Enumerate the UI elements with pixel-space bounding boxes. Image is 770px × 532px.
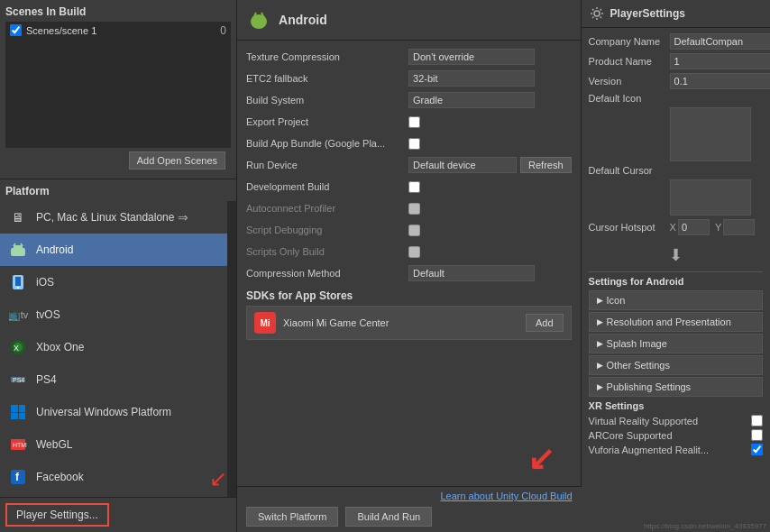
uwp-icon <box>7 401 29 423</box>
hotspot-y-input[interactable] <box>723 219 755 235</box>
texture-compression-select[interactable]: Don't override <box>408 49 535 65</box>
export-project-value <box>408 116 572 128</box>
splash-triangle: ▶ <box>597 339 603 348</box>
platform-item-pc[interactable]: 🖥 PC, Mac & Linux Standalone ⇒ <box>0 201 227 234</box>
export-project-checkbox[interactable] <box>408 116 420 128</box>
etc2-select[interactable]: 32-bit <box>408 70 535 87</box>
company-name-input[interactable] <box>670 33 770 50</box>
svg-point-28 <box>594 11 600 16</box>
pc-arrow-icon: ⇒ <box>178 210 188 225</box>
platform-item-android[interactable]: Android <box>0 234 227 266</box>
publishing-section-label: Publishing Settings <box>607 381 692 392</box>
platform-item-tvos[interactable]: 📺tv tvOS <box>0 298 227 331</box>
compression-select[interactable]: Default <box>408 265 535 281</box>
learn-cloud-build-link[interactable]: Learn about Unity Cloud Build <box>440 491 572 501</box>
player-settings-button[interactable]: Player Settings... <box>5 503 109 527</box>
run-device-select[interactable]: Default device <box>408 157 517 173</box>
scripts-only-value <box>408 246 572 258</box>
xr-arcore-row: ARCore Supported <box>589 429 763 441</box>
xiaomi-icon: Mi <box>254 312 276 334</box>
company-name-row: Company Name <box>589 33 763 50</box>
ps4-icon: PS4 <box>7 369 29 390</box>
svg-rect-15 <box>19 405 25 412</box>
build-app-bundle-checkbox[interactable] <box>408 138 420 150</box>
platform-label-tvos: tvOS <box>36 308 60 321</box>
run-device-label: Run Device <box>246 160 408 170</box>
platform-item-facebook[interactable]: f Facebook <box>0 461 227 493</box>
texture-compression-select-wrap: Don't override <box>408 49 535 65</box>
platform-label-webgl: WebGL <box>36 438 72 451</box>
platform-item-xbox[interactable]: X Xbox One <box>0 331 227 363</box>
default-icon-placeholder[interactable] <box>670 107 751 161</box>
autoconnect-label: Autoconnect Profiler <box>246 203 408 214</box>
platform-list: 🖥 PC, Mac & Linux Standalone ⇒ Android <box>0 201 227 497</box>
xr-vuforia-checkbox[interactable] <box>751 444 763 455</box>
scripts-only-checkbox[interactable] <box>408 246 420 258</box>
platform-label-pc: PC, Mac & Linux Standalone <box>36 211 174 224</box>
refresh-button[interactable]: Refresh <box>520 157 572 173</box>
platform-item-ps4[interactable]: PS4 PS4 <box>0 363 227 396</box>
etc2-fallback-row: ETC2 fallback 32-bit <box>246 69 572 87</box>
platform-scrollbar[interactable] <box>227 201 236 497</box>
hotspot-y-label: Y <box>715 222 721 233</box>
export-project-label: Export Project <box>246 116 408 127</box>
platform-label-xbox: Xbox One <box>36 341 84 353</box>
add-sdk-button[interactable]: Add <box>526 314 564 332</box>
splash-section-label: Splash Image <box>607 338 667 349</box>
platform-item-webgl[interactable]: HTML WebGL <box>0 428 227 461</box>
xr-vuforia-label: Vuforia Augmented Realit... <box>589 445 751 455</box>
settings-for-label: Settings for Android <box>589 276 763 287</box>
version-input[interactable] <box>670 73 770 89</box>
etc2-fallback-value: 32-bit <box>408 70 572 87</box>
right-divider <box>589 271 763 272</box>
other-section-label: Other Settings <box>607 360 670 371</box>
autoconnect-row: Autoconnect Profiler <box>246 199 572 217</box>
hotspot-x-input[interactable] <box>678 219 710 235</box>
middle-panel: Android Texture Compression Don't overri… <box>237 0 582 486</box>
etc2-fallback-label: ETC2 fallback <box>246 73 408 84</box>
download-row: ⬇ <box>589 243 763 268</box>
build-system-select[interactable]: Gradle <box>408 92 535 108</box>
xr-arcore-label: ARCore Supported <box>589 430 751 441</box>
xr-vr-checkbox[interactable] <box>751 415 763 427</box>
svg-rect-16 <box>11 413 18 419</box>
switch-platform-button[interactable]: Switch Platform <box>246 507 338 527</box>
dev-build-value <box>408 181 572 193</box>
platform-item-uwp[interactable]: Universal Windows Platform <box>0 396 227 428</box>
export-project-row: Export Project <box>246 113 572 131</box>
xr-arcore-checkbox[interactable] <box>751 429 763 441</box>
android-header-icon <box>246 7 271 32</box>
scene-number: 0 <box>220 24 226 37</box>
build-app-bundle-value <box>408 138 572 150</box>
scenes-list: Scenes/scene 1 0 <box>5 22 231 148</box>
version-label: Version <box>589 76 670 87</box>
scene-checkbox[interactable] <box>10 24 22 36</box>
product-name-input[interactable] <box>670 53 770 69</box>
product-name-label: Product Name <box>589 56 670 67</box>
splash-section-button[interactable]: ▶ Splash Image <box>589 334 763 353</box>
build-system-row: Build System Gradle <box>246 91 572 109</box>
build-system-select-wrap: Gradle <box>408 92 535 108</box>
dev-build-row: Development Build <box>246 178 572 196</box>
platform-item-ios[interactable]: iOS <box>0 266 227 298</box>
default-cursor-placeholder[interactable] <box>670 179 751 216</box>
scripts-only-label: Scripts Only Build <box>246 246 408 257</box>
compression-select-wrap: Default <box>408 265 535 281</box>
script-debugging-checkbox[interactable] <box>408 225 420 236</box>
resolution-section-button[interactable]: ▶ Resolution and Presentation <box>589 312 763 332</box>
autoconnect-checkbox[interactable] <box>408 203 420 215</box>
add-open-scenes-button[interactable]: Add Open Scenes <box>129 151 225 170</box>
default-cursor-label: Default Cursor <box>589 165 670 176</box>
publishing-section-button[interactable]: ▶ Publishing Settings <box>589 377 763 397</box>
dev-build-checkbox[interactable] <box>408 181 420 193</box>
icon-section-label: Icon <box>607 295 626 306</box>
platform-label-ios: iOS <box>36 276 54 289</box>
download-icon: ⬇ <box>669 245 683 265</box>
sdk-name: Xiaomi Mi Game Center <box>283 317 526 328</box>
icon-section-button[interactable]: ▶ Icon <box>589 290 763 310</box>
run-device-row: Run Device Default device Refresh <box>246 156 572 174</box>
dev-build-label: Development Build <box>246 181 408 192</box>
script-debugging-row: Script Debugging <box>246 221 572 239</box>
build-and-run-button[interactable]: Build And Run <box>345 507 432 527</box>
other-section-button[interactable]: ▶ Other Settings <box>589 355 763 375</box>
